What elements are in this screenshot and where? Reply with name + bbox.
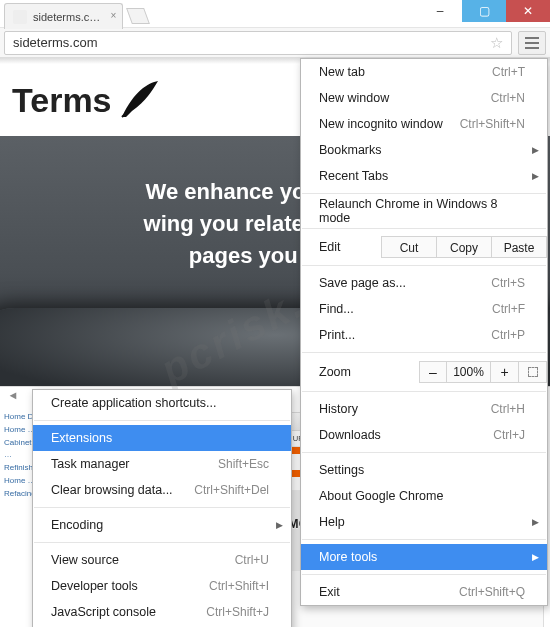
menu-separator (302, 228, 546, 229)
menu-label: More tools (319, 550, 377, 564)
menu-label: Find... (319, 302, 354, 316)
menu-label: Relaunch Chrome in Windows 8 mode (319, 197, 525, 225)
menu-edit-label: Edit (319, 240, 381, 254)
menu-separator (302, 193, 546, 194)
zoom-in-button[interactable]: + (491, 361, 519, 383)
quill-icon (116, 77, 162, 123)
menu-downloads[interactable]: Downloads Ctrl+J (301, 422, 547, 448)
address-bar[interactable]: sideterms.com ☆ (4, 31, 512, 55)
carousel-prev-icon[interactable]: ◄ (6, 389, 20, 403)
submenu-label: Create application shortcuts... (51, 396, 216, 410)
site-logo[interactable]: Terms (12, 77, 162, 123)
submenu-view-source[interactable]: View source Ctrl+U (33, 547, 291, 573)
menu-bookmarks[interactable]: Bookmarks ▶ (301, 137, 547, 163)
submenu-encoding[interactable]: Encoding ▶ (33, 512, 291, 538)
menu-label: About Google Chrome (319, 489, 443, 503)
menu-new-window[interactable]: New window Ctrl+N (301, 85, 547, 111)
titlebar: sideterms.c… × – ▢ ✕ (0, 0, 550, 28)
menu-find[interactable]: Find... Ctrl+F (301, 296, 547, 322)
menu-label: New tab (319, 65, 365, 79)
menu-shortcut: Ctrl+S (491, 276, 525, 290)
chrome-window: sideterms.c… × – ▢ ✕ sideterms.com ☆ Ter… (0, 0, 550, 627)
chrome-menu-button[interactable] (518, 31, 546, 55)
menu-separator (302, 574, 546, 575)
menu-new-tab[interactable]: New tab Ctrl+T (301, 59, 547, 85)
menu-label: Bookmarks (319, 143, 382, 157)
menu-zoom-row: Zoom – 100% + (301, 357, 547, 387)
submenu-clear-browsing-data[interactable]: Clear browsing data... Ctrl+Shift+Del (33, 477, 291, 503)
menu-separator (34, 542, 290, 543)
menu-label: Recent Tabs (319, 169, 388, 183)
submenu-javascript-console[interactable]: JavaScript console Ctrl+Shift+J (33, 599, 291, 625)
menu-shortcut: Ctrl+P (491, 328, 525, 342)
submenu-task-manager[interactable]: Task manager Shift+Esc (33, 451, 291, 477)
hamburger-line-icon (525, 42, 539, 44)
menu-help[interactable]: Help ▶ (301, 509, 547, 535)
menu-recent-tabs[interactable]: Recent Tabs ▶ (301, 163, 547, 189)
window-close-button[interactable]: ✕ (506, 0, 550, 22)
hamburger-line-icon (525, 37, 539, 39)
menu-zoom-label: Zoom (319, 365, 381, 379)
menu-shortcut: Ctrl+F (492, 302, 525, 316)
window-minimize-button[interactable]: – (418, 0, 462, 22)
menu-save-as[interactable]: Save page as... Ctrl+S (301, 270, 547, 296)
menu-label: Save page as... (319, 276, 406, 290)
menu-label: New incognito window (319, 117, 443, 131)
submenu-label: JavaScript console (51, 605, 156, 619)
submenu-developer-tools[interactable]: Developer tools Ctrl+Shift+I (33, 573, 291, 599)
submenu-shortcut: Shift+Esc (218, 457, 269, 471)
submenu-label: Developer tools (51, 579, 138, 593)
new-tab-button[interactable] (126, 8, 150, 24)
submenu-arrow-icon: ▶ (532, 517, 539, 527)
logo-text: Terms (12, 81, 112, 120)
submenu-arrow-icon: ▶ (276, 520, 283, 530)
menu-separator (34, 507, 290, 508)
menu-shortcut: Ctrl+Shift+N (460, 117, 525, 131)
menu-relaunch-win8[interactable]: Relaunch Chrome in Windows 8 mode (301, 198, 547, 224)
menu-label: Exit (319, 585, 340, 599)
menu-about[interactable]: About Google Chrome (301, 483, 547, 509)
submenu-label: Extensions (51, 431, 112, 445)
menu-shortcut: Ctrl+T (492, 65, 525, 79)
submenu-label: Encoding (51, 518, 103, 532)
menu-separator (302, 352, 546, 353)
menu-paste-button[interactable]: Paste (492, 236, 547, 258)
menu-shortcut: Ctrl+H (491, 402, 525, 416)
menu-label: Downloads (319, 428, 381, 442)
browser-tab[interactable]: sideterms.c… × (4, 3, 123, 29)
submenu-label: View source (51, 553, 119, 567)
menu-separator (34, 420, 290, 421)
menu-edit-row: Edit Cut Copy Paste (301, 233, 547, 261)
fullscreen-button[interactable] (519, 361, 547, 383)
window-maximize-button[interactable]: ▢ (462, 0, 506, 22)
submenu-label: Task manager (51, 457, 130, 471)
menu-separator (302, 265, 546, 266)
menu-cut-button[interactable]: Cut (381, 236, 437, 258)
menu-history[interactable]: History Ctrl+H (301, 396, 547, 422)
menu-new-incognito[interactable]: New incognito window Ctrl+Shift+N (301, 111, 547, 137)
toolbar: sideterms.com ☆ (0, 28, 550, 58)
menu-more-tools[interactable]: More tools ▶ (301, 544, 547, 570)
hamburger-line-icon (525, 47, 539, 49)
menu-label: Settings (319, 463, 364, 477)
submenu-extensions[interactable]: Extensions (33, 425, 291, 451)
more-tools-submenu: Create application shortcuts... Extensio… (32, 389, 292, 627)
tab-close-icon[interactable]: × (110, 10, 116, 21)
menu-settings[interactable]: Settings (301, 457, 547, 483)
zoom-out-button[interactable]: – (419, 361, 447, 383)
menu-label: New window (319, 91, 389, 105)
bookmark-star-icon[interactable]: ☆ (490, 34, 503, 52)
submenu-shortcut: Ctrl+Shift+I (209, 579, 269, 593)
submenu-arrow-icon: ▶ (532, 171, 539, 181)
submenu-arrow-icon: ▶ (532, 145, 539, 155)
menu-print[interactable]: Print... Ctrl+P (301, 322, 547, 348)
menu-exit[interactable]: Exit Ctrl+Shift+Q (301, 579, 547, 605)
submenu-create-shortcut[interactable]: Create application shortcuts... (33, 390, 291, 416)
chrome-main-menu: New tab Ctrl+T New window Ctrl+N New inc… (300, 58, 548, 606)
menu-shortcut: Ctrl+J (493, 428, 525, 442)
menu-shortcut: Ctrl+N (491, 91, 525, 105)
favicon-icon (13, 10, 27, 24)
menu-separator (302, 391, 546, 392)
menu-copy-button[interactable]: Copy (437, 236, 492, 258)
zoom-value: 100% (447, 361, 491, 383)
